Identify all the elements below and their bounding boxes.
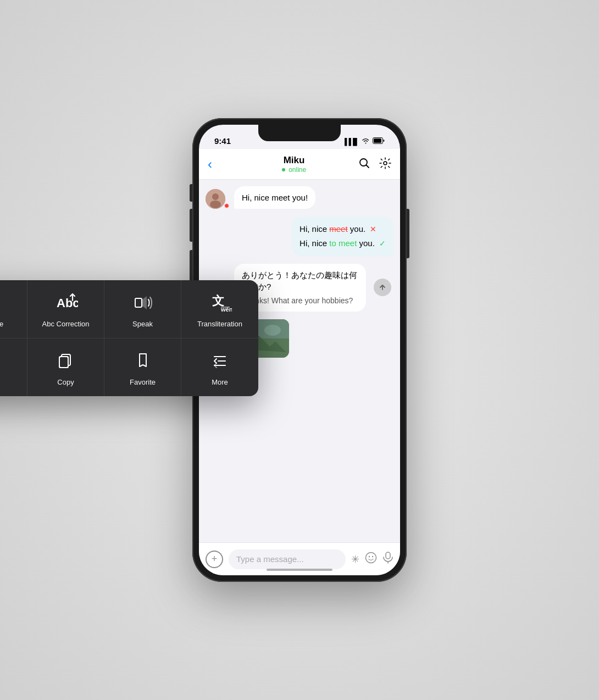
japanese-text: ありがとう！あなたの趣味は何ですか? (242, 269, 358, 292)
status-time: 9:41 (214, 136, 231, 146)
back-button[interactable]: ‹ (208, 157, 230, 172)
speak-label: Speak (132, 320, 153, 329)
svg-point-19 (372, 556, 373, 557)
message-row-1: Hi, nice meet you! (206, 186, 393, 209)
menu-item-reply[interactable]: Reply (0, 338, 27, 396)
menu-pointer (115, 280, 126, 281)
translate-label: Translate (0, 320, 3, 329)
svg-point-15 (264, 325, 281, 336)
menu-item-copy[interactable]: Copy (27, 338, 104, 396)
menu-item-speak[interactable]: Speak (104, 280, 181, 338)
status-icons: ▐▐▐▌ (342, 137, 385, 146)
online-dot (282, 168, 285, 171)
menu-item-more[interactable]: More (181, 338, 258, 396)
search-icon[interactable] (358, 157, 370, 171)
svg-rect-20 (386, 552, 390, 559)
bubble-received-1: Hi, nice meet you! (234, 186, 315, 209)
home-indicator (267, 569, 332, 571)
scroll-up-button[interactable] (374, 279, 391, 296)
chat-title: Miku (282, 155, 306, 166)
speak-icon (130, 290, 156, 315)
svg-point-5 (212, 193, 219, 200)
message-input[interactable]: Type a message... (229, 549, 346, 569)
notch (258, 125, 341, 141)
message-text-1: Hi, nice meet you! (242, 193, 308, 202)
scene: 9:41 ▐▐▐▌ (0, 0, 599, 700)
correction-x-icon: ✕ (370, 225, 376, 234)
nav-bar: ‹ Miku online (199, 149, 400, 180)
menu-item-transliteration[interactable]: 文 wén Transliteration (181, 280, 258, 338)
menu-item-correction[interactable]: Abc Abc Correction (27, 280, 104, 338)
menu-row-1: 文 A Translate Abc Abc Corr (0, 280, 258, 338)
input-placeholder: Type a message... (236, 554, 304, 564)
strikethrough-text: meet (329, 224, 347, 234)
reply-icon (0, 348, 2, 374)
copy-label: Copy (57, 378, 74, 387)
settings-icon[interactable] (379, 157, 391, 171)
translate-icon: 文 A (0, 290, 2, 315)
svg-point-6 (210, 201, 221, 208)
correction-label: Abc Correction (42, 320, 90, 329)
svg-point-18 (369, 556, 370, 557)
input-right-icons: ✳︎ (351, 552, 393, 566)
svg-point-3 (384, 162, 387, 165)
correction-icon: Abc (53, 290, 79, 315)
more-label: More (212, 378, 228, 387)
svg-rect-26 (135, 298, 142, 307)
favorite-icon (130, 348, 156, 374)
wifi-icon (362, 137, 370, 146)
nav-actions (358, 157, 391, 171)
battery-icon (373, 137, 385, 146)
svg-point-17 (366, 553, 376, 563)
transliteration-label: Transliteration (197, 320, 242, 329)
copy-icon (53, 348, 79, 374)
online-status: online (282, 166, 306, 174)
correction-line-2: Hi, nice to meet you. ✓ (299, 236, 386, 251)
avatar-online-dot (224, 203, 229, 208)
context-menu: 文 A Translate Abc Abc Corr (0, 280, 258, 396)
svg-text:Abc: Abc (57, 296, 78, 310)
svg-rect-33 (59, 357, 68, 368)
correction-line-1: Hi, nice meet you. ✕ (299, 222, 386, 236)
menu-item-translate[interactable]: 文 A Translate (0, 280, 27, 338)
mic-icon[interactable] (382, 552, 393, 566)
avatar-1 (206, 189, 225, 209)
translation-text: Thanks! What are your hobbies? (242, 296, 358, 307)
signal-icon: ▐▐▐▌ (342, 138, 359, 146)
correction-bubble: Hi, nice meet you. ✕ Hi, nice to meet yo… (292, 216, 393, 256)
sparkle-icon[interactable]: ✳︎ (351, 553, 359, 565)
message-row-2: Hi, nice meet you. ✕ Hi, nice to meet yo… (206, 216, 393, 256)
correction-green-text: to meet (329, 238, 357, 248)
menu-item-favorite[interactable]: Favorite (104, 338, 181, 396)
add-attachment-button[interactable]: + (206, 551, 223, 568)
transliteration-icon: 文 wén (207, 290, 232, 315)
emoji-icon[interactable] (365, 552, 377, 566)
nav-center: Miku online (282, 155, 306, 174)
menu-row-2: Reply Copy (0, 338, 258, 396)
favorite-label: Favorite (130, 378, 156, 387)
svg-rect-1 (374, 138, 381, 143)
more-icon (207, 348, 232, 374)
correction-check-icon: ✓ (379, 239, 386, 248)
